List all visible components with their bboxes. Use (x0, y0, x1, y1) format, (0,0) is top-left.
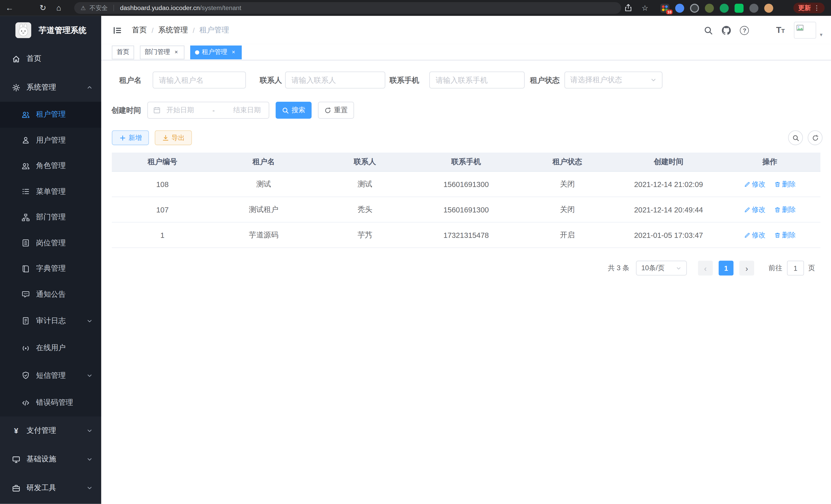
browser-home-icon[interactable]: ⌂ (52, 0, 65, 16)
edit-link[interactable]: 修改 (744, 230, 766, 240)
link-label: 删除 (782, 179, 796, 189)
chevron-down-icon (676, 265, 682, 271)
search-button[interactable]: 搜索 (276, 102, 312, 119)
button-label: 重置 (334, 105, 348, 115)
edit-link[interactable]: 修改 (744, 205, 766, 214)
cell-tenant-id: 108 (112, 180, 213, 188)
extension-icon[interactable] (735, 3, 744, 12)
sidebar-item-dept-management[interactable]: 部门管理 (0, 205, 101, 230)
sidebar-toggle-icon[interactable] (113, 26, 122, 35)
sidebar-item-system-management[interactable]: 系统管理 (0, 73, 101, 102)
browser-back-icon[interactable]: ← (3, 0, 16, 16)
delete-link[interactable]: 删除 (774, 179, 796, 189)
sidebar-item-dev-tools[interactable]: 研发工具 (0, 474, 101, 502)
close-icon[interactable]: × (173, 49, 180, 56)
tab-home[interactable]: 首页 (112, 45, 134, 59)
sidebar-item-online-users[interactable]: 在线用户 (0, 334, 101, 362)
sidebar-item-label: 租户管理 (36, 110, 66, 119)
cell-contact: 芋艿 (314, 230, 416, 240)
tab-dept-management[interactable]: 部门管理 × (140, 45, 184, 59)
breadcrumb-separator: / (193, 26, 195, 34)
extension-icon[interactable] (675, 3, 684, 12)
github-icon[interactable] (722, 26, 731, 35)
screen: ← ↻ ⌂ ⚠ 不安全 dashboard.yudao.iocoder.cn/s… (0, 0, 831, 504)
cell-phone: 15601691300 (416, 205, 517, 214)
browser-extensions-area: 10 (660, 0, 773, 16)
create-time-range-picker[interactable]: 开始日期 - 结束日期 (147, 102, 269, 119)
extension-icon[interactable]: 10 (660, 3, 669, 12)
sidebar-item-error-code[interactable]: 错误码管理 (0, 389, 101, 416)
breadcrumb-item[interactable]: 首页 (132, 25, 147, 35)
avatar[interactable] (794, 22, 816, 39)
search-icon (792, 135, 799, 141)
tenant-name-label: 租户名 (119, 71, 142, 88)
tenant-name-input[interactable] (153, 71, 246, 88)
security-label: 不安全 (89, 4, 108, 12)
sidebar-item-tenant-management[interactable]: 租户管理 (0, 102, 101, 127)
sidebar-item-notice[interactable]: 通知公告 (0, 281, 101, 307)
sidebar-item-user-management[interactable]: 用户管理 (0, 127, 101, 153)
sidebar-item-infrastructure[interactable]: 基础设施 (0, 445, 101, 474)
sidebar-item-label: 菜单管理 (36, 187, 66, 197)
browser-reload-icon[interactable]: ↻ (36, 0, 49, 16)
sidebar-item-post-management[interactable]: 岗位管理 (0, 230, 101, 256)
refresh-table-button[interactable] (808, 130, 823, 145)
page-number-button[interactable]: 1 (719, 261, 734, 276)
sidebar-item-sms-management[interactable]: 短信管理 (0, 362, 101, 389)
edit-link[interactable]: 修改 (744, 179, 766, 189)
search-icon (282, 107, 289, 114)
breadcrumb-item[interactable]: 系统管理 (158, 25, 188, 35)
chevron-down-icon[interactable]: ▾ (820, 32, 823, 37)
extension-icon[interactable] (705, 3, 714, 12)
sidebar-item-menu-management[interactable]: 菜单管理 (0, 179, 101, 205)
browser-menu-icon[interactable]: ⋮ (813, 4, 820, 12)
sidebar-item-label: 首页 (26, 54, 41, 63)
table-row: 1 芋道源码 芋艿 17321315478 开启 2021-01-05 17:0… (112, 223, 821, 248)
sidebar-item-label: 岗位管理 (36, 238, 66, 248)
prev-page-button[interactable]: ‹ (698, 261, 713, 276)
font-size-icon[interactable]: TT (776, 25, 785, 35)
close-icon[interactable]: × (230, 49, 237, 56)
users-icon (22, 162, 30, 170)
share-icon[interactable] (624, 4, 632, 11)
page-size-select[interactable]: 10条/页 (636, 261, 687, 276)
divider (114, 5, 114, 11)
browser-update-button[interactable]: 更新 ⋮ (794, 3, 825, 13)
sidebar-item-home[interactable]: 首页 (0, 45, 101, 73)
extension-icon[interactable] (690, 3, 699, 12)
browser-profile-avatar[interactable] (764, 3, 773, 12)
list-icon (22, 188, 30, 196)
delete-link[interactable]: 删除 (774, 230, 796, 240)
select-placeholder: 请选择租户状态 (570, 75, 622, 85)
address-bar[interactable]: ⚠ 不安全 dashboard.yudao.iocoder.cn/system/… (74, 2, 621, 13)
sidebar-item-role-management[interactable]: 角色管理 (0, 153, 101, 179)
reset-button[interactable]: 重置 (318, 102, 354, 119)
link-label: 修改 (752, 205, 766, 214)
tenant-status-select[interactable]: 请选择租户状态 (565, 71, 663, 88)
delete-link[interactable]: 删除 (774, 205, 796, 214)
contact-input[interactable] (285, 71, 385, 88)
next-page-button[interactable]: › (739, 261, 754, 276)
search-icon[interactable] (704, 26, 713, 35)
extension-icon[interactable] (720, 3, 729, 12)
add-button[interactable]: 新增 (112, 130, 149, 145)
bookmark-star-icon[interactable]: ☆ (639, 0, 650, 16)
chevron-down-icon (86, 427, 93, 434)
toggle-search-button[interactable] (788, 130, 803, 145)
goto-page-input[interactable] (787, 261, 804, 276)
export-button[interactable]: 导出 (155, 130, 192, 145)
app-logo[interactable]: 芋道管理系统 (0, 16, 101, 45)
status-label: 租户状态 (530, 71, 560, 88)
column-header: 创建时间 (618, 157, 719, 167)
phone-input[interactable] (429, 71, 525, 88)
help-icon[interactable]: ? (740, 26, 749, 35)
extensions-puzzle-icon[interactable] (749, 3, 758, 12)
link-label: 删除 (782, 230, 796, 240)
tab-tenant-management[interactable]: 租户管理 × (190, 45, 241, 59)
sidebar-item-audit-log[interactable]: 审计日志 (0, 307, 101, 334)
url-domain: dashboard.yudao.iocoder.cn (120, 4, 200, 12)
fullscreen-icon[interactable] (758, 26, 767, 35)
refresh-icon (812, 135, 819, 141)
sidebar-item-payment[interactable]: ¥ 支付管理 (0, 416, 101, 445)
sidebar-item-dict-management[interactable]: 字典管理 (0, 256, 101, 281)
